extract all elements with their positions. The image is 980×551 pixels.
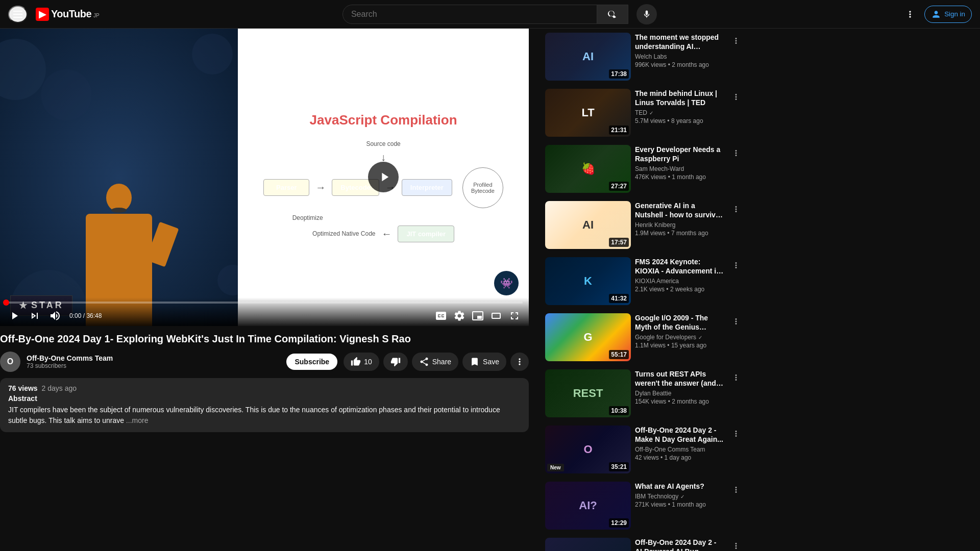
- sidebar-channel-kioxia: KIOXIA America: [635, 278, 724, 285]
- sidebar-menu-button-alexnet[interactable]: [730, 35, 742, 47]
- sidebar-title-generative: Generative AI in a Nutshell - how to sur…: [635, 201, 724, 219]
- sidebar-title-raspi: Every Developer Needs a Raspberry Pi: [635, 145, 724, 163]
- sidebar-item-rest[interactable]: REST 10:38 Turns out REST APIs weren't t…: [545, 365, 742, 421]
- fullscreen-button[interactable]: [506, 308, 523, 324]
- nav-left: ▶ YouTube JP: [8, 6, 100, 23]
- settings-button[interactable]: [451, 308, 468, 324]
- diag-row-2: Deoptimize: [262, 214, 505, 221]
- sidebar-menu-button-linus[interactable]: [730, 91, 742, 103]
- sidebar-title-alexnet: The moment we stopped understanding AI […: [635, 33, 724, 51]
- sidebar-menu-button-rest[interactable]: [730, 371, 742, 384]
- sidebar-item-alexnet[interactable]: AI 17:38 The moment we stopped understan…: [545, 29, 742, 85]
- next-button[interactable]: [27, 308, 43, 324]
- thumb-duration: 17:38: [609, 69, 629, 79]
- like-button[interactable]: 10: [344, 353, 379, 371]
- sidebar-menu-button-google-io[interactable]: [730, 315, 742, 328]
- current-time: 0:00: [69, 312, 81, 319]
- more-options-button[interactable]: [900, 4, 920, 24]
- progress-bar[interactable]: [6, 302, 523, 304]
- play-button-overlay[interactable]: [368, 162, 399, 192]
- stats-row: 76 views 2 days ago: [8, 384, 521, 392]
- thumbnail-alexnet: AI 17:38: [545, 33, 631, 81]
- verified-icon: ✓: [649, 110, 653, 116]
- share-button[interactable]: Share: [412, 353, 458, 371]
- thumbnail-linus: LT 21:31: [545, 89, 631, 137]
- sidebar-item-linus[interactable]: LT 21:31 The mind behind Linux | Linus T…: [545, 85, 742, 141]
- play-pause-button[interactable]: [6, 308, 22, 324]
- volume-button[interactable]: [47, 308, 63, 324]
- sign-in-label: Sign in: [944, 10, 965, 18]
- sidebar-menu-button-generative[interactable]: [730, 203, 742, 215]
- thumb-duration: 21:31: [609, 126, 629, 135]
- subtitles-button[interactable]: [433, 308, 449, 324]
- video-content: ★ STAR JavaScript Compilation Source cod…: [0, 29, 529, 326]
- total-time: 36:48: [86, 312, 102, 319]
- video-stats[interactable]: 76 views 2 days ago Abstract JIT compile…: [0, 378, 529, 432]
- sidebar-menu-button-raspi[interactable]: [730, 147, 742, 159]
- search-input[interactable]: [343, 6, 597, 23]
- youtube-logo[interactable]: ▶ YouTube JP: [36, 8, 100, 21]
- thumbnail-google-io: G 55:17: [545, 313, 631, 361]
- interpreter-box: Interpreter: [402, 179, 452, 196]
- source-code-label: Source code: [366, 140, 400, 147]
- youtube-logo-text: YouTube: [51, 8, 91, 19]
- sidebar-info-ai-bug: Off-By-One 2024 Day 2 - AI Powered AI Bu…: [635, 538, 726, 551]
- sidebar-title-offbyone2: Off-By-One 2024 Day 2 - Make N Day Great…: [635, 425, 724, 444]
- sidebar-meta-offbyone2: 42 views • 1 day ago: [635, 454, 724, 461]
- bottom-watermark: 👾: [494, 271, 519, 295]
- theater-button[interactable]: [488, 308, 504, 324]
- nav-center: [104, 4, 896, 24]
- sidebar-info-offbyone2: Off-By-One 2024 Day 2 - Make N Day Great…: [635, 425, 726, 473]
- sidebar-menu-button-ai-bug[interactable]: [730, 540, 742, 551]
- sidebar-title-ai-bug: Off-By-One 2024 Day 2 - AI Powered AI Bu…: [635, 538, 724, 551]
- verified-icon: ✓: [698, 335, 702, 340]
- search-button[interactable]: [597, 5, 628, 23]
- presenter-area: ★ STAR: [0, 29, 238, 326]
- thumbnail-generative: AI 17:57: [545, 201, 631, 249]
- subscribe-button[interactable]: Subscribe: [286, 354, 337, 370]
- sidebar-info-generative: Generative AI in a Nutshell - how to sur…: [635, 201, 726, 249]
- sidebar-menu-button-kioxia[interactable]: [730, 259, 742, 271]
- verified-icon: ✓: [680, 494, 684, 499]
- hamburger-menu-button[interactable]: [8, 6, 28, 23]
- more-link[interactable]: ...more: [126, 416, 149, 424]
- more-actions-button[interactable]: [510, 353, 529, 371]
- video-controls: 0:00 / 36:48: [0, 297, 529, 326]
- sidebar-meta-google-io: 1.1M views • 15 years ago: [635, 342, 724, 349]
- video-player[interactable]: 👾 FF-BY-ONE 2024: [0, 29, 529, 326]
- slide-title: JavaScript Compilation: [310, 112, 457, 128]
- miniplayer-button[interactable]: [470, 308, 486, 324]
- sidebar-item-raspi[interactable]: 🍓 27:27 Every Developer Needs a Raspberr…: [545, 141, 742, 197]
- upload-date: 2 days ago: [42, 384, 77, 392]
- thumbnail-offbyone2: O 35:21 New: [545, 425, 631, 473]
- sidebar-meta-generative: 1.9M views • 7 months ago: [635, 230, 724, 237]
- sign-in-button[interactable]: Sign in: [924, 6, 972, 23]
- thumbnail-ai-bug: O: [545, 538, 631, 551]
- thumb-duration: 35:21: [609, 462, 629, 471]
- voice-search-button[interactable]: [636, 4, 657, 24]
- sidebar-item-ai-agents[interactable]: AI? 12:29 What are AI Agents? IBM Techno…: [545, 478, 742, 534]
- sidebar-title-linus: The mind behind Linux | Linus Torvalds |…: [635, 89, 724, 107]
- channel-row: O Off-By-One Comms Team 73 subscribers S…: [0, 352, 529, 372]
- sidebar-item-ai-bug[interactable]: O Off-By-One 2024 Day 2 - AI Powered AI …: [545, 534, 742, 551]
- thumbnail-kioxia: K 41:32: [545, 257, 631, 305]
- sidebar-menu-button-ai-agents[interactable]: [730, 484, 742, 496]
- sidebar-title-ai-agents: What are AI Agents?: [635, 482, 724, 491]
- sidebar-menu-button-offbyone2[interactable]: [730, 428, 742, 440]
- sidebar-item-offbyone2[interactable]: O 35:21 New Off-By-One 2024 Day 2 - Make…: [545, 421, 742, 478]
- sidebar-item-google-io[interactable]: G 55:17 Google I/O 2009 - The Myth of th…: [545, 309, 742, 365]
- sidebar-title-google-io: Google I/O 2009 - The Myth of the Genius…: [635, 313, 724, 332]
- youtube-region-label: JP: [93, 13, 100, 18]
- thumb-duration: 17:57: [609, 238, 629, 247]
- video-title: Off-By-One 2024 Day 1- Exploring WebKit'…: [0, 332, 529, 345]
- view-count: 76 views: [8, 384, 38, 392]
- sidebar-item-generative[interactable]: AI 17:57 Generative AI in a Nutshell - h…: [545, 197, 742, 253]
- time-display: 0:00 / 36:48: [69, 312, 102, 319]
- sidebar-channel-alexnet: Welch Labs: [635, 53, 724, 60]
- parser-box: Parser: [263, 179, 309, 196]
- save-button[interactable]: Save: [462, 353, 506, 371]
- sidebar-info-alexnet: The moment we stopped understanding AI […: [635, 33, 726, 81]
- diag-row-3: Optimized Native Code ← JIT compiler: [262, 226, 505, 242]
- dislike-button[interactable]: [383, 353, 408, 371]
- sidebar-item-kioxia[interactable]: K 41:32 FMS 2024 Keynote: KIOXIA - Advan…: [545, 253, 742, 309]
